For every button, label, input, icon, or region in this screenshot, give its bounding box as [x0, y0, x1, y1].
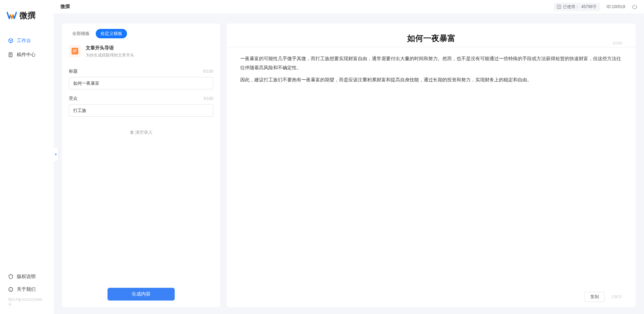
footer-item-copyright[interactable]: 版权说明 [3, 270, 50, 283]
form-group-title: 标题 6/100 [69, 68, 213, 89]
nav-item-workspace[interactable]: 工作台 [3, 34, 50, 47]
tab-all-templates[interactable]: 全部模板 [68, 29, 94, 38]
header: 微撰 T 已使用： 45799字 ID:100519 [54, 0, 644, 13]
footer-label: 版权说明 [17, 274, 36, 280]
info-icon [8, 287, 13, 292]
usage-badge[interactable]: T 已使用： 45799字 [554, 3, 600, 11]
sidebar: 微撰 工作台 稿件中心 [0, 0, 54, 314]
tab-bar: 全部模板 自定义模板 [62, 24, 220, 42]
footer-item-about[interactable]: 关于我们 [3, 283, 50, 296]
document-icon [8, 52, 13, 57]
audience-label: 受众 [69, 95, 78, 102]
template-desc: 为你生成抓眼球的文章开头 [86, 52, 213, 58]
template-name: 文章开头导语 [86, 45, 213, 51]
logo-icon [7, 10, 17, 21]
output-text: 一夜暴富的可能性几乎微乎其微，而打工族想要实现财富自由，通常需要付出大量的时间和… [240, 54, 622, 84]
shield-icon [8, 274, 13, 279]
nav-item-drafts[interactable]: 稿件中心 [3, 48, 50, 61]
header-title: 微撰 [60, 4, 70, 10]
copy-button[interactable]: 复制 [585, 292, 605, 302]
chevron-left-icon [54, 153, 57, 156]
clear-button[interactable]: 🗑 清空录入 [69, 123, 213, 142]
output-word-count: 156字 [611, 294, 622, 300]
editor-panel: 全部模板 自定义模板 文章开头导语 为你生成抓眼球的文章开头 [62, 24, 220, 307]
cube-icon [8, 38, 13, 43]
logo[interactable]: 微撰 [0, 0, 54, 34]
output-body[interactable]: 一夜暴富的可能性几乎微乎其微，而打工族想要实现财富自由，通常需要付出大量的时间和… [227, 47, 636, 288]
text-icon: T [557, 5, 561, 9]
nav-menu: 工作台 稿件中心 [0, 34, 54, 267]
clear-label: 🗑 清空录入 [130, 130, 153, 135]
output-panel: 如何一夜暴富 6/100 一夜暴富的可能性几乎微乎其微，而打工族想要实现财富自由… [227, 24, 636, 307]
icp-text: 鄂ICP备2022016946号 [3, 296, 50, 311]
sidebar-collapse-handle[interactable] [53, 148, 58, 161]
usage-count: 45799字 [581, 4, 596, 10]
audience-input[interactable] [69, 104, 213, 117]
nav-label: 稿件中心 [17, 52, 36, 58]
title-input[interactable] [69, 77, 213, 89]
generate-button[interactable]: 生成内容 [108, 288, 175, 301]
usage-label: 已使用： [563, 4, 579, 10]
output-paragraph: 因此，建议打工族们不要抱有一夜暴富的期望，而是应该注重积累财富和提高自身技能，通… [240, 75, 622, 84]
user-id: ID:100519 [607, 4, 625, 9]
audience-char-count: 3/100 [203, 96, 213, 101]
output-title[interactable]: 如何一夜暴富 [240, 33, 622, 44]
logo-text: 微撰 [19, 10, 36, 21]
template-card: 文章开头导语 为你生成抓眼球的文章开头 [62, 42, 220, 65]
output-title-count: 6/100 [613, 41, 622, 45]
logout-icon[interactable] [632, 4, 637, 9]
form-group-audience: 受众 3/100 [69, 95, 213, 117]
tab-custom-templates[interactable]: 自定义模板 [96, 29, 127, 38]
nav-label: 工作台 [17, 38, 31, 44]
template-icon [69, 45, 81, 57]
title-char-count: 6/100 [203, 69, 213, 74]
output-paragraph: 一夜暴富的可能性几乎微乎其微，而打工族想要实现财富自由，通常需要付出大量的时间和… [240, 54, 622, 72]
title-label: 标题 [69, 68, 78, 74]
sidebar-footer: 版权说明 关于我们 鄂ICP备2022016946号 [0, 267, 54, 314]
footer-label: 关于我们 [17, 286, 36, 292]
